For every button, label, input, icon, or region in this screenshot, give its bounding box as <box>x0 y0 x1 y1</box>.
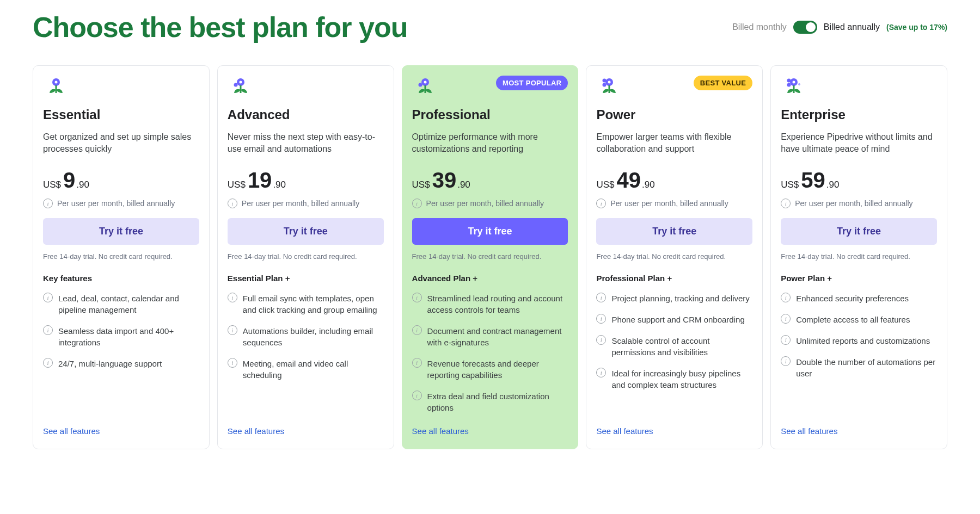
feature-text: Full email sync with templates, open and… <box>243 293 384 315</box>
plan-badge: BEST VALUE <box>694 76 752 90</box>
info-icon[interactable]: i <box>596 293 606 302</box>
price-note: Per user per month, billed annually <box>242 199 359 208</box>
feature-item: i Revenue forecasts and deeper reporting… <box>412 358 568 381</box>
info-icon[interactable]: i <box>412 358 422 368</box>
see-all-features-link[interactable]: See all features <box>228 426 384 436</box>
plan-price: US$ 39 .90 <box>412 169 568 191</box>
plan-card-power: BEST VALUE Power Empower larger teams wi… <box>586 65 763 449</box>
feature-text: Lead, deal, contact, calendar and pipeli… <box>58 293 199 315</box>
see-all-features-link[interactable]: See all features <box>781 426 937 436</box>
see-all-features-link[interactable]: See all features <box>412 426 568 436</box>
info-icon[interactable]: i <box>228 199 237 208</box>
feature-item: i Complete access to all features <box>781 314 937 325</box>
info-icon[interactable]: i <box>596 335 606 345</box>
try-free-button[interactable]: Try it free <box>412 218 568 245</box>
price-note: Per user per month, billed annually <box>426 199 544 208</box>
price-minor: .90 <box>273 179 286 190</box>
price-major: 39 <box>432 169 457 191</box>
info-icon[interactable]: i <box>781 314 791 324</box>
billing-toggle[interactable] <box>793 21 817 34</box>
info-icon[interactable]: i <box>412 391 422 400</box>
feature-item: i Streamlined lead routing and account a… <box>412 293 568 315</box>
feature-item: i Automations builder, including email s… <box>228 325 384 348</box>
info-icon[interactable]: i <box>596 368 606 377</box>
info-icon[interactable]: i <box>781 293 791 302</box>
feature-text: Automations builder, including email seq… <box>243 325 384 348</box>
svg-point-1 <box>55 81 58 84</box>
trial-note: Free 14-day trial. No credit card requir… <box>43 252 199 261</box>
svg-point-20 <box>787 79 791 83</box>
svg-point-17 <box>793 81 795 84</box>
plan-price: US$ 59 .90 <box>781 169 937 191</box>
price-note: Per user per month, billed annually <box>795 199 912 208</box>
trial-note: Free 14-day trial. No credit card requir… <box>781 252 937 261</box>
trial-note: Free 14-day trial. No credit card requir… <box>412 252 568 261</box>
feature-text: Ideal for increasingly busy pipelines an… <box>611 368 752 391</box>
plan-name: Power <box>596 107 752 122</box>
feature-text: Meeting, email and video call scheduling <box>243 358 384 381</box>
feature-text: Complete access to all features <box>796 314 910 325</box>
features-heading: Power Plan + <box>781 274 937 283</box>
try-free-button[interactable]: Try it free <box>43 218 199 245</box>
svg-rect-18 <box>793 85 795 93</box>
info-icon[interactable]: i <box>43 293 53 302</box>
try-free-button[interactable]: Try it free <box>596 218 752 245</box>
svg-point-6 <box>234 83 237 87</box>
feature-item: i Lead, deal, contact, calendar and pipe… <box>43 293 199 315</box>
svg-point-22 <box>799 84 800 85</box>
price-minor: .90 <box>826 179 840 190</box>
price-minor: .90 <box>642 179 655 190</box>
see-all-features-link[interactable]: See all features <box>596 426 752 436</box>
svg-point-19 <box>787 83 791 87</box>
feature-item: i 24/7, multi-language support <box>43 358 199 369</box>
feature-text: Document and contract management with e-… <box>427 325 568 348</box>
info-icon[interactable]: i <box>43 358 53 368</box>
info-icon[interactable]: i <box>43 199 53 208</box>
price-major: 19 <box>248 169 272 191</box>
plan-description: Empower larger teams with flexible colla… <box>596 131 752 156</box>
info-icon[interactable]: i <box>781 356 791 366</box>
info-icon[interactable]: i <box>781 199 791 208</box>
plan-card-professional: MOST POPULAR Professional Optimize perfo… <box>402 65 579 449</box>
info-icon[interactable]: i <box>228 293 237 302</box>
info-icon[interactable]: i <box>412 325 422 335</box>
feature-item: i Unlimited reports and customizations <box>781 335 937 346</box>
see-all-features-link[interactable]: See all features <box>43 426 199 436</box>
feature-item: i Document and contract management with … <box>412 325 568 348</box>
billing-monthly-label[interactable]: Billed monthly <box>732 22 787 32</box>
plan-card-essential: Essential Get organized and set up simpl… <box>33 65 210 449</box>
price-currency: US$ <box>596 179 614 190</box>
plan-name: Advanced <box>228 107 384 122</box>
plan-name: Enterprise <box>781 107 937 122</box>
try-free-button[interactable]: Try it free <box>781 218 937 245</box>
plan-price: US$ 19 .90 <box>228 169 384 191</box>
feature-text: Revenue forecasts and deeper reporting c… <box>427 358 568 381</box>
info-icon[interactable]: i <box>781 335 791 345</box>
plan-badge: MOST POPULAR <box>496 76 568 90</box>
info-icon[interactable]: i <box>596 199 606 208</box>
feature-item: i Enhanced security preferences <box>781 293 937 304</box>
feature-text: Project planning, tracking and delivery <box>611 293 749 304</box>
info-icon[interactable]: i <box>596 314 606 324</box>
plan-flower-icon <box>43 77 65 98</box>
billing-annual-label[interactable]: Billed annually <box>824 22 880 32</box>
feature-item: i Phone support and CRM onboarding <box>596 314 752 325</box>
plan-description: Optimize performance with more customiza… <box>412 131 568 156</box>
features-heading: Advanced Plan + <box>412 274 568 283</box>
trial-note: Free 14-day trial. No credit card requir… <box>596 252 752 261</box>
feature-text: Scalable control of account permissions … <box>611 335 752 358</box>
try-free-button[interactable]: Try it free <box>228 218 384 245</box>
features-list: i Enhanced security preferences i Comple… <box>781 293 937 379</box>
feature-item: i Project planning, tracking and deliver… <box>596 293 752 304</box>
svg-point-15 <box>603 79 607 83</box>
info-icon[interactable]: i <box>412 293 422 302</box>
page-title: Choose the best plan for you <box>33 11 408 44</box>
features-list: i Lead, deal, contact, calendar and pipe… <box>43 293 199 369</box>
info-icon[interactable]: i <box>228 325 237 335</box>
info-icon[interactable]: i <box>228 358 237 368</box>
info-icon[interactable]: i <box>43 325 53 335</box>
plan-description: Experience Pipedrive without limits and … <box>781 131 937 156</box>
info-icon[interactable]: i <box>412 199 422 208</box>
feature-text: Extra deal and field customization optio… <box>427 391 568 413</box>
plan-card-enterprise: Enterprise Experience Pipedrive without … <box>770 65 947 449</box>
